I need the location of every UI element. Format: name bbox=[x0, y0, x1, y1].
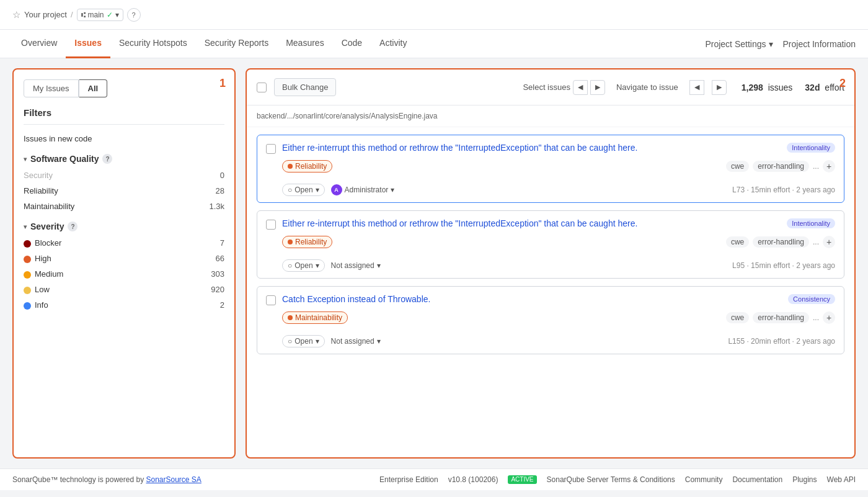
issue-1-avatar: A bbox=[331, 184, 342, 195]
project-information-button[interactable]: Project Information bbox=[783, 39, 856, 49]
filter-new-code[interactable]: Issues in new code bbox=[24, 131, 224, 146]
footer-terms[interactable]: SonarQube Server Terms & Conditions bbox=[547, 475, 675, 484]
nav-issue-next[interactable]: ▶ bbox=[712, 80, 727, 95]
issue-3-tag-more[interactable]: ... bbox=[813, 313, 819, 322]
branch-selector[interactable]: ⑆ main ✓ ▾ bbox=[77, 9, 123, 21]
star-icon[interactable]: ☆ bbox=[12, 9, 20, 20]
issue-3-meta: L155 · 20min effort · 2 years ago bbox=[728, 337, 835, 346]
issue-2-tag-more[interactable]: ... bbox=[813, 238, 819, 246]
issue-3-footer: ○ Open ▾ Not assigned ▾ L155 · 20min eff… bbox=[257, 330, 844, 354]
navigate-to-issue-label: Navigate to issue bbox=[616, 83, 678, 92]
issue-3-checkbox[interactable] bbox=[266, 295, 276, 305]
issue-2-assignee-chevron: ▾ bbox=[377, 261, 381, 270]
footer-community[interactable]: Community bbox=[685, 475, 723, 484]
footer-sonarqube-link[interactable]: SonarSource SA bbox=[146, 475, 201, 484]
nav-activity[interactable]: Activity bbox=[371, 29, 415, 58]
issue-1-tag-cwe[interactable]: cwe bbox=[726, 161, 749, 172]
issue-1-quality-tag[interactable]: Reliability bbox=[282, 160, 332, 172]
issue-2-status-chevron: ▾ bbox=[316, 261, 319, 270]
issue-2-tag-add[interactable]: + bbox=[823, 236, 835, 248]
issues-count: 1,298 issues bbox=[742, 83, 793, 92]
nav-security-reports[interactable]: Security Reports bbox=[196, 29, 277, 58]
issue-3-tag-cwe[interactable]: cwe bbox=[726, 312, 749, 323]
issue-2-tag-error-handling[interactable]: error-handling bbox=[753, 236, 809, 248]
issue-2-title[interactable]: Either re-interrupt this method or rethr… bbox=[282, 218, 781, 228]
nav-overview[interactable]: Overview bbox=[12, 29, 66, 58]
branch-name: main bbox=[88, 11, 104, 19]
project-settings-button[interactable]: Project Settings ▾ bbox=[705, 39, 773, 49]
filter-low[interactable]: Low 920 bbox=[24, 282, 224, 297]
filter-blocker[interactable]: Blocker 7 bbox=[24, 235, 224, 251]
select-all-checkbox[interactable] bbox=[257, 83, 267, 92]
severity-chevron-icon: ▾ bbox=[24, 223, 27, 230]
filter-maintainability[interactable]: Maintainability 1.3k bbox=[24, 199, 224, 214]
issue-2-checkbox[interactable] bbox=[266, 220, 276, 230]
issue-3-title[interactable]: Catch Exception instead of Throwable. bbox=[282, 294, 782, 304]
bulk-change-button[interactable]: Bulk Change bbox=[274, 78, 336, 96]
issue-card-2: Either re-interrupt this method or rethr… bbox=[257, 210, 844, 279]
issue-3-status[interactable]: ○ Open ▾ bbox=[282, 335, 325, 347]
severity-help-icon[interactable]: ? bbox=[68, 222, 78, 231]
reliability-tag-label-2: Reliability bbox=[295, 238, 327, 246]
issue-2-assignee-label: Not assigned bbox=[331, 261, 374, 270]
issue-2-quality-tag[interactable]: Reliability bbox=[282, 236, 332, 248]
blocker-dot bbox=[24, 240, 31, 248]
issue-2-status[interactable]: ○ Open ▾ bbox=[282, 259, 325, 272]
project-information-label: Project Information bbox=[783, 39, 856, 49]
medium-label: Medium bbox=[24, 269, 63, 279]
issue-card-2-top: Either re-interrupt this method or rethr… bbox=[257, 211, 844, 236]
panel-number-1: 1 bbox=[219, 77, 226, 90]
reliability-label: Reliability bbox=[24, 186, 58, 195]
issue-1-assignee[interactable]: A Administrator ▾ bbox=[331, 184, 395, 195]
help-button[interactable]: ? bbox=[127, 8, 141, 22]
effort-value: 32d effort bbox=[805, 83, 844, 92]
issue-3-status-label: Open bbox=[294, 337, 312, 346]
my-issues-button[interactable]: My Issues bbox=[24, 79, 79, 97]
issue-3-tags: Maintainability cwe error-handling ... + bbox=[257, 311, 844, 330]
software-quality-header[interactable]: ▾ Software Quality ? bbox=[24, 154, 224, 164]
issue-card-1-top: Either re-interrupt this method or rethr… bbox=[257, 135, 844, 160]
software-quality-help-icon[interactable]: ? bbox=[102, 154, 112, 164]
issue-1-checkbox[interactable] bbox=[266, 144, 276, 154]
breadcrumb-sep: / bbox=[71, 10, 73, 19]
issue-1-title[interactable]: Either re-interrupt this method or rethr… bbox=[282, 143, 781, 153]
issue-2-status-label: Open bbox=[294, 261, 312, 270]
issue-1-status[interactable]: ○ Open ▾ bbox=[282, 184, 325, 196]
reliability-dot-icon bbox=[288, 164, 293, 169]
filter-high[interactable]: High 66 bbox=[24, 251, 224, 266]
select-issues-prev[interactable]: ◀ bbox=[573, 80, 588, 95]
issue-2-assignee[interactable]: Not assigned ▾ bbox=[331, 261, 381, 270]
issue-3-tag-error-handling[interactable]: error-handling bbox=[753, 312, 809, 323]
issue-1-tag-error-handling[interactable]: error-handling bbox=[753, 161, 809, 172]
issue-3-quality-tag[interactable]: Maintainability bbox=[282, 311, 348, 324]
footer-documentation[interactable]: Documentation bbox=[732, 475, 782, 484]
all-issues-button[interactable]: All bbox=[79, 79, 108, 97]
issue-1-tag-more[interactable]: ... bbox=[813, 162, 819, 171]
new-code-label: Issues in new code bbox=[24, 134, 92, 143]
nav-issue-prev[interactable]: ◀ bbox=[689, 80, 704, 95]
filter-security[interactable]: Security 0 bbox=[24, 168, 224, 183]
footer-left: SonarQube™ technology is powered by Sona… bbox=[12, 475, 202, 484]
project-name: Your project bbox=[24, 10, 67, 19]
nav-right: Project Settings ▾ Project Information bbox=[705, 39, 856, 49]
issue-1-assignee-chevron: ▾ bbox=[391, 186, 394, 194]
issue-1-tag-add[interactable]: + bbox=[823, 160, 835, 172]
filter-medium[interactable]: Medium 303 bbox=[24, 266, 224, 282]
filter-info[interactable]: Info 2 bbox=[24, 297, 224, 313]
severity-header[interactable]: ▾ Severity ? bbox=[24, 222, 224, 231]
footer-web-api[interactable]: Web API bbox=[827, 475, 856, 484]
nav-measures[interactable]: Measures bbox=[277, 29, 332, 58]
select-issues-next[interactable]: ▶ bbox=[590, 80, 605, 95]
nav-issues[interactable]: Issues bbox=[66, 29, 110, 58]
nav-code[interactable]: Code bbox=[333, 29, 371, 58]
low-dot bbox=[24, 287, 31, 294]
issue-3-tag-add[interactable]: + bbox=[823, 311, 835, 324]
footer-edition: Enterprise Edition bbox=[379, 475, 438, 484]
issue-card-3-top: Catch Exception instead of Throwable. Co… bbox=[257, 287, 844, 311]
nav-security-hotspots[interactable]: Security Hotspots bbox=[110, 29, 196, 58]
issue-3-assignee[interactable]: Not assigned ▾ bbox=[331, 337, 381, 346]
filter-reliability[interactable]: Reliability 28 bbox=[24, 183, 224, 199]
footer-plugins[interactable]: Plugins bbox=[792, 475, 817, 484]
issue-2-tag-cwe[interactable]: cwe bbox=[726, 236, 749, 248]
file-path: backend/.../sonarlint/core/analysis/Anal… bbox=[247, 105, 854, 127]
